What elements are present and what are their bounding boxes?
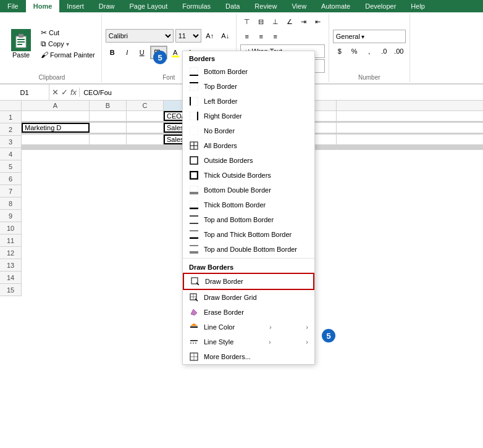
row-num-13[interactable]: 13 <box>0 259 22 272</box>
fill-color-button[interactable]: A <box>169 46 182 59</box>
name-box[interactable] <box>0 85 49 100</box>
indent-decrease-button[interactable]: ⇤ <box>311 15 325 28</box>
draw-border-grid-item[interactable]: Draw Border Grid <box>183 290 314 305</box>
row-num-7[interactable]: 7 <box>0 185 22 197</box>
row-num-5[interactable]: 5 <box>0 160 22 173</box>
copy-button[interactable]: ⧉ Copy ▾ <box>38 39 98 49</box>
comma-button[interactable]: , <box>363 44 376 58</box>
font-size-select[interactable]: 11 <box>175 29 201 43</box>
svg-rect-11 <box>190 112 197 120</box>
top-border-item[interactable]: Top Border <box>183 79 314 94</box>
top-bottom-border-item[interactable]: Top and Bottom Border <box>183 212 314 227</box>
thick-bottom-border-item[interactable]: Thick Bottom Border <box>183 197 314 212</box>
svg-rect-19 <box>190 186 198 192</box>
row-num-9[interactable]: 9 <box>0 210 22 222</box>
top-double-bottom-border-item[interactable]: Top and Double Bottom Border <box>183 242 314 257</box>
currency-button[interactable]: $ <box>333 44 346 58</box>
outside-borders-icon <box>189 156 199 165</box>
tab-home[interactable]: Home <box>26 0 60 12</box>
tab-draw[interactable]: Draw <box>91 0 122 12</box>
cell-c7[interactable] <box>127 135 164 144</box>
left-border-item[interactable]: Left Border <box>183 94 314 109</box>
row-num-1[interactable]: 1 <box>0 111 22 123</box>
top-double-bottom-border-label: Top and Double Bottom Border <box>204 246 297 253</box>
percent-button[interactable]: % <box>348 44 361 58</box>
number-format-dropdown[interactable]: General ▾ <box>333 30 406 43</box>
line-style-item[interactable]: Line Style › <box>183 334 314 349</box>
decrease-decimal-button[interactable]: .0 <box>377 44 391 58</box>
align-left-button[interactable]: ≡ <box>240 30 254 43</box>
copy-icon: ⧉ <box>41 39 46 48</box>
tab-formulas[interactable]: Formulas <box>175 0 218 12</box>
align-center-button[interactable]: ≡ <box>254 30 268 43</box>
cell-b4[interactable] <box>90 123 127 133</box>
increase-decimal-button[interactable]: .00 <box>392 44 406 58</box>
bottom-double-border-item[interactable]: Bottom Double Border <box>183 183 314 197</box>
row-num-14[interactable]: 14 <box>0 272 22 284</box>
outside-borders-item[interactable]: Outside Borders <box>183 153 314 168</box>
align-bottom-button[interactable]: ⊥ <box>269 15 282 28</box>
copy-dropdown-arrow[interactable]: ▾ <box>66 41 69 48</box>
text-angle-button[interactable]: ∠ <box>283 15 296 28</box>
row-num-15[interactable]: 15 <box>0 284 22 296</box>
col-header-a[interactable]: A <box>22 101 90 110</box>
row-num-10[interactable]: 10 <box>0 222 22 234</box>
no-border-item[interactable]: No Border <box>183 123 314 138</box>
draw-border-item[interactable]: Draw Border <box>183 273 314 290</box>
cell-a1[interactable] <box>22 111 90 121</box>
cell-b7[interactable] <box>90 135 127 144</box>
line-style-icon <box>189 337 199 347</box>
tab-file[interactable]: File <box>0 0 26 12</box>
col-header-b[interactable]: B <box>90 101 127 110</box>
align-top-button[interactable]: ⊤ <box>240 15 254 28</box>
svg-rect-7 <box>190 83 198 91</box>
decrease-font-button[interactable]: A↓ <box>219 29 232 43</box>
formula-fx-icon[interactable]: fx <box>70 88 77 97</box>
cell-c1[interactable] <box>127 111 164 121</box>
tab-review[interactable]: Review <box>247 0 284 12</box>
paste-button[interactable]: Paste <box>6 27 36 61</box>
col-header-c[interactable]: C <box>127 101 164 110</box>
tab-insert[interactable]: Insert <box>59 0 91 12</box>
bold-button[interactable]: B <box>106 46 119 59</box>
format-painter-button[interactable]: 🖌 Format Painter <box>38 50 98 60</box>
increase-font-button[interactable]: A↑ <box>203 29 217 43</box>
cell-c4[interactable] <box>127 123 164 133</box>
right-border-item[interactable]: Right Border <box>183 109 314 123</box>
font-family-select[interactable]: Calibri <box>106 29 174 43</box>
cell-a7[interactable] <box>22 135 90 144</box>
row-num-2[interactable]: 2 <box>0 123 22 136</box>
cell-a4[interactable]: Marketing D <box>22 123 90 133</box>
tab-data[interactable]: Data <box>218 0 247 12</box>
more-borders-item[interactable]: More Borders... <box>183 349 314 364</box>
align-middle-button[interactable]: ⊟ <box>254 15 268 28</box>
thick-outside-borders-item[interactable]: Thick Outside Borders <box>183 168 314 183</box>
align-right-button[interactable]: ≡ <box>269 30 282 43</box>
underline-button[interactable]: U <box>135 46 149 59</box>
tab-automate[interactable]: Automate <box>314 0 358 12</box>
tab-view[interactable]: View <box>284 0 314 12</box>
number-format-row2: $ % , .0 .00 <box>333 44 406 58</box>
erase-border-item[interactable]: Erase Border <box>183 305 314 320</box>
line-color-item[interactable]: Line Color › <box>183 320 314 334</box>
all-borders-item[interactable]: All Borders <box>183 138 314 153</box>
tab-help[interactable]: Help <box>403 0 432 12</box>
formula-cancel-icon[interactable]: ✕ <box>52 88 59 97</box>
top-thick-bottom-border-item[interactable]: Top and Thick Bottom Border <box>183 227 314 242</box>
cell-b1[interactable] <box>90 111 127 121</box>
row-num-8[interactable]: 8 <box>0 197 22 210</box>
formula-confirm-icon[interactable]: ✓ <box>61 88 68 97</box>
row-num-4[interactable]: 4 <box>0 148 22 160</box>
row-num-6[interactable]: 6 <box>0 173 22 185</box>
row-num-11[interactable]: 11 <box>0 234 22 247</box>
italic-button[interactable]: I <box>120 46 134 59</box>
tab-developer[interactable]: Developer <box>358 0 403 12</box>
row-num-3[interactable]: 3 <box>0 136 22 148</box>
cut-button[interactable]: ✂ Cut <box>38 28 98 38</box>
tab-page-layout[interactable]: Page Layout <box>122 0 175 12</box>
indent-increase-button[interactable]: ⇥ <box>297 15 311 28</box>
row-num-12[interactable]: 12 <box>0 247 22 259</box>
ribbon-tabs: File Home Insert Draw Page Layout Formul… <box>0 0 483 12</box>
borders-divider <box>183 258 314 259</box>
bottom-border-item[interactable]: Bottom Border <box>183 64 314 79</box>
